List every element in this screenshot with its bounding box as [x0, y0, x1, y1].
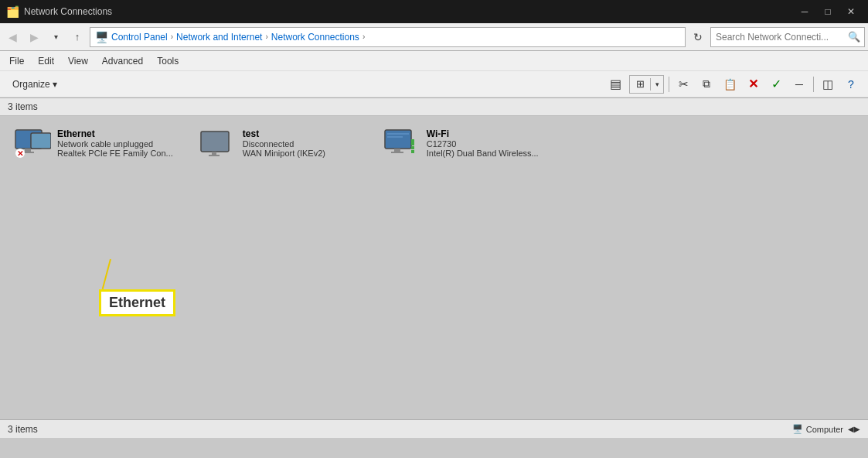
toolbar-left: Organize ▾	[6, 77, 63, 92]
wifi-status: C12730	[427, 139, 541, 149]
title-bar-icon: 🗂️	[6, 5, 19, 18]
wifi-name: Wi-Fi	[427, 128, 541, 139]
copy-button[interactable]: ⧉	[696, 74, 717, 94]
menu-edit[interactable]: Edit	[32, 54, 60, 68]
breadcrumb-part3[interactable]: Network Connections	[271, 32, 359, 43]
svg-rect-2	[25, 149, 31, 152]
annotation-box: Ethernet	[99, 289, 175, 316]
bottom-expand-icon: ◀▶	[848, 425, 860, 433]
breadcrumb-bar: 🖥️ Control Panel › Network and Internet …	[90, 27, 686, 47]
wifi-text: Wi-Fi C12730 Intel(R) Dual Band Wireless…	[427, 128, 541, 158]
breadcrumb-sep2: ›	[265, 32, 267, 41]
svg-rect-19	[411, 146, 414, 149]
wifi-icon-wrapper	[383, 128, 420, 159]
title-bar-text: Network Connections	[24, 6, 112, 17]
test-text: test Disconnected WAN Miniport (IKEv2)	[243, 128, 357, 158]
title-bar-controls: ─ □ ✕	[794, 4, 862, 19]
svg-rect-11	[209, 155, 220, 156]
maximize-button[interactable]: □	[817, 4, 839, 19]
title-bar-left: 🗂️ Network Connections	[6, 5, 112, 18]
cut-button[interactable]: ✂	[672, 74, 694, 94]
main-content: ✕ Ethernet Network cable unplugged Realt…	[0, 116, 868, 419]
search-input[interactable]	[710, 27, 865, 47]
refresh-button[interactable]: ↻	[689, 28, 707, 46]
delete-button[interactable]: ✕	[742, 74, 764, 94]
help-button[interactable]: ?	[840, 74, 862, 94]
svg-rect-14	[387, 133, 409, 135]
wifi-desc: Intel(R) Dual Band Wireless...	[427, 149, 541, 158]
ethernet-monitor-svg: ✕	[14, 128, 51, 159]
wifi-item[interactable]: Wi-Fi C12730 Intel(R) Dual Band Wireless…	[377, 124, 547, 164]
forward-button[interactable]: ▶	[25, 28, 43, 46]
svg-rect-5	[32, 134, 50, 148]
test-desc: WAN Miniport (IKEv2)	[243, 149, 357, 158]
svg-rect-18	[411, 150, 414, 153]
breadcrumb-part1[interactable]: Control Panel	[111, 32, 168, 43]
ethernet-icon-wrapper: ✕	[14, 128, 51, 159]
search-icon: 🔍	[848, 31, 860, 43]
dash-button[interactable]: ─	[788, 74, 810, 94]
breadcrumb-icon: 🖥️	[95, 31, 108, 43]
organize-arrow: ▾	[53, 79, 57, 90]
close-button[interactable]: ✕	[840, 4, 862, 19]
test-monitor-svg	[199, 128, 237, 159]
menu-bar: File Edit View Advanced Tools	[0, 51, 868, 71]
view-medium-icons-button[interactable]: ⊞	[630, 76, 650, 93]
svg-rect-9	[202, 132, 228, 151]
menu-tools[interactable]: Tools	[151, 54, 185, 68]
svg-rect-17	[391, 152, 403, 153]
annotation-label: Ethernet	[109, 295, 165, 310]
organize-button[interactable]: Organize ▾	[6, 77, 63, 92]
menu-advanced[interactable]: Advanced	[96, 54, 149, 68]
computer-icon: 🖥️	[792, 424, 803, 434]
toolbar-right: ▤ ⊞ ▾ ✂ ⧉ 📋 ✕ ✓ ─ ◫ ?	[604, 74, 862, 94]
wifi-monitor-svg	[383, 128, 420, 159]
svg-rect-15	[387, 136, 403, 138]
search-wrapper: 🔍	[710, 27, 865, 47]
svg-text:✕: ✕	[17, 149, 23, 158]
recent-button[interactable]: ▾	[46, 28, 65, 46]
address-bar: ◀ ▶ ▾ ↑ 🖥️ Control Panel › Network and I…	[0, 23, 868, 51]
minimize-button[interactable]: ─	[794, 4, 815, 19]
svg-rect-10	[212, 152, 216, 155]
back-button[interactable]: ◀	[3, 28, 22, 46]
breadcrumb-sep1: ›	[171, 32, 173, 41]
view-panel-button[interactable]: ▤	[604, 74, 626, 94]
organize-label: Organize	[12, 79, 50, 90]
svg-rect-16	[394, 149, 400, 152]
computer-status: 🖥️ Computer	[792, 424, 843, 434]
svg-rect-20	[411, 142, 414, 145]
toolbar: Organize ▾ ▤ ⊞ ▾ ✂ ⧉ 📋 ✕ ✓ ─ ◫ ?	[0, 71, 868, 97]
paste-button[interactable]: 📋	[719, 74, 740, 94]
items-count-bottom: 3 items	[8, 424, 38, 435]
ethernet-desc: Realtek PCIe FE Family Con...	[57, 149, 173, 158]
items-count-top: 3 items	[8, 101, 38, 112]
ethernet-name: Ethernet	[57, 128, 173, 139]
ethernet-item[interactable]: ✕ Ethernet Network cable unplugged Realt…	[8, 124, 179, 164]
test-item[interactable]: test Disconnected WAN Miniport (IKEv2)	[193, 124, 363, 164]
status-bar-top: 3 items	[0, 97, 868, 116]
computer-label: Computer	[806, 425, 843, 434]
title-bar: 🗂️ Network Connections ─ □ ✕	[0, 0, 868, 23]
svg-rect-21	[411, 139, 414, 142]
annotation-arrow	[102, 259, 111, 289]
status-bar-bottom-right: 🖥️ Computer ◀▶	[792, 424, 860, 434]
up-button[interactable]: ↑	[68, 28, 87, 46]
test-name: test	[243, 128, 357, 139]
test-icon-wrapper	[199, 128, 237, 159]
menu-file[interactable]: File	[3, 54, 30, 68]
ethernet-status: Network cable unplugged	[57, 139, 173, 149]
menu-view[interactable]: View	[62, 54, 94, 68]
breadcrumb-part2[interactable]: Network and Internet	[176, 32, 262, 43]
test-status: Disconnected	[243, 139, 357, 149]
breadcrumb-sep3: ›	[363, 32, 365, 41]
check-button[interactable]: ✓	[765, 74, 787, 94]
view-dropdown-button[interactable]: ▾	[651, 76, 663, 93]
pane-toggle-button[interactable]: ◫	[817, 74, 839, 94]
ethernet-text: Ethernet Network cable unplugged Realtek…	[57, 128, 173, 158]
status-bar-bottom: 3 items 🖥️ Computer ◀▶	[0, 419, 868, 438]
